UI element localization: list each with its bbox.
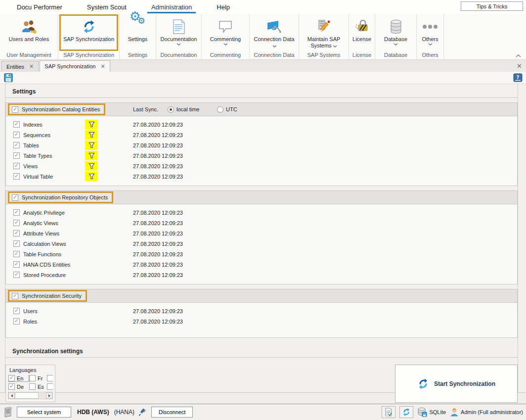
language-option-clipped[interactable] (46, 375, 53, 381)
documentation-button[interactable]: Documentation (157, 14, 200, 51)
row-label: Views (23, 163, 38, 169)
languages-title: Languages (9, 367, 53, 373)
row-checkbox[interactable] (13, 173, 20, 180)
filter-icon[interactable] (85, 161, 98, 171)
row-checkbox[interactable] (13, 272, 20, 278)
document-check-icon[interactable] (382, 406, 395, 418)
filter-icon[interactable] (85, 130, 98, 140)
row-checkbox[interactable] (13, 209, 20, 216)
language-option-en[interactable]: En (8, 375, 29, 381)
sync-status-icon[interactable] (399, 406, 413, 418)
language-option-de[interactable]: De (8, 383, 29, 390)
row-label: Table Types (23, 153, 52, 159)
gears-icon: ⚙ ⚙ (129, 18, 147, 36)
utc-radio[interactable]: UTC (217, 106, 237, 113)
row-checkbox[interactable] (13, 261, 20, 268)
filter-icon[interactable] (85, 151, 98, 160)
repository-objects-checkbox[interactable] (12, 194, 18, 201)
select-system-button[interactable]: Select system (17, 407, 71, 418)
disconnect-button[interactable]: Disconnect (151, 407, 193, 418)
group-title: Synchronization Repository Objects (22, 194, 108, 200)
language-label: Fr (38, 375, 43, 381)
row-checkbox[interactable] (13, 220, 20, 226)
catalog-entities-list: Indexes 27.08.2020 12:09:23 Sequences 27… (5, 116, 518, 186)
row-checkbox[interactable] (13, 318, 20, 325)
security-checkbox[interactable] (12, 293, 18, 299)
close-icon[interactable]: ✕ (29, 63, 34, 70)
catalog-entities-checkbox[interactable] (12, 106, 18, 113)
menu-item-administration[interactable]: Administration (143, 1, 200, 13)
row-checkbox[interactable] (13, 163, 20, 169)
menu-item-system-scout[interactable]: System Scout (79, 1, 134, 13)
repository-objects-list: Analytic Privilege 27.08.2020 12:09:23 A… (5, 204, 518, 284)
scroll-left-icon[interactable] (8, 392, 15, 399)
row-checkbox[interactable] (13, 132, 20, 138)
close-icon[interactable]: ✕ (100, 63, 105, 70)
filter-icon[interactable] (85, 172, 98, 181)
sync-settings-section-title: Synchronization settings (5, 344, 518, 358)
commenting-button[interactable]: Commenting (203, 14, 248, 51)
help-info-icon[interactable]: ? (513, 73, 523, 82)
filter-icon[interactable] (85, 140, 98, 150)
system-type: (HANA) (114, 409, 134, 416)
languages-groupbox: Languages En Fr De (5, 365, 55, 402)
languages-grid: En Fr De Es (8, 375, 53, 390)
language-option-clipped[interactable] (46, 383, 53, 390)
ribbon-button-label: Database (383, 36, 408, 43)
tab-label: Entities (6, 64, 24, 70)
row-label: HANA CDS Entities (23, 262, 70, 268)
tips-tricks-button[interactable]: Tips & Tricks (461, 1, 523, 11)
scrollbar-thumb[interactable] (15, 392, 39, 399)
start-synchronization-button[interactable]: Start Synchronization (395, 365, 518, 403)
ribbon-group-sap-systems: Maintain SAP Systems SAP Systems (299, 14, 349, 59)
last-sync-label: Last Sync. (133, 106, 158, 112)
database-button[interactable]: Database (376, 14, 415, 51)
license-button[interactable]: License (350, 14, 374, 51)
ribbon-collapse-icon[interactable] (516, 54, 521, 57)
radio-label: UTC (226, 106, 237, 112)
connection-pin-icon (138, 408, 147, 417)
scroll-right-icon[interactable] (46, 392, 52, 399)
local-time-radio[interactable]: local time (168, 106, 199, 113)
settings-button[interactable]: ⚙ ⚙ Settings (121, 14, 155, 51)
row-checkbox[interactable] (13, 152, 20, 159)
others-button[interactable]: Others (418, 14, 442, 51)
settings-section-title: Settings (5, 84, 518, 98)
close-icon[interactable]: ✕ (517, 62, 522, 70)
row-checkbox[interactable] (13, 251, 20, 257)
filter-icon[interactable] (85, 120, 98, 129)
row-last-sync-timestamp: 27.08.2020 12:09:23 (133, 241, 183, 247)
row-checkbox[interactable] (13, 308, 20, 314)
row-last-sync-timestamp: 27.08.2020 12:09:23 (133, 319, 183, 325)
menu-item-help[interactable]: Help (209, 1, 238, 13)
tab-entities[interactable]: Entities ✕ (1, 61, 39, 72)
language-option-fr[interactable]: Fr (29, 375, 46, 381)
row-last-sync-timestamp: 27.08.2020 12:09:23 (133, 272, 183, 278)
sync-row: Analytic Privilege 27.08.2020 12:09:23 (6, 207, 517, 218)
menu-item-docu-performer[interactable]: Docu Performer (9, 1, 70, 13)
ribbon-group-sap-synchronization: SAP Synchronization SAP Synchronization (58, 14, 120, 59)
maintain-sap-systems-button[interactable]: Maintain SAP Systems (300, 14, 348, 51)
row-checkbox[interactable] (13, 121, 20, 128)
tab-sap-synchronization[interactable]: SAP Synchronization ✕ (40, 60, 110, 72)
comment-icon (218, 18, 233, 36)
database-icon (390, 18, 402, 36)
menu-bar: Docu Performer System Scout Administrati… (0, 0, 526, 14)
user-status[interactable]: Admin (Full administrator) (450, 408, 523, 417)
row-checkbox[interactable] (13, 142, 20, 148)
sync-row: Attribute Views 27.08.2020 12:09:23 (6, 228, 517, 238)
save-icon[interactable] (4, 73, 13, 82)
connection-data-button[interactable]: Connection Data (251, 14, 298, 51)
language-option-es[interactable]: Es (29, 383, 46, 390)
ribbon-group-caption: SAP Synchronization (58, 51, 119, 59)
database-status[interactable]: SQLite (417, 407, 446, 417)
users-and-roles-button[interactable]: Users and Roles (1, 14, 57, 51)
security-list: Users 27.08.2020 12:09:23 Roles 27.08.20… (5, 303, 518, 338)
ribbon-button-label: SAP Synchronization (62, 36, 115, 43)
sap-synchronization-button[interactable]: SAP Synchronization (59, 14, 118, 51)
database-label: SQLite (429, 409, 446, 415)
row-checkbox[interactable] (13, 240, 20, 247)
ribbon-group-caption: SAP Systems (299, 51, 349, 59)
row-checkbox[interactable] (13, 230, 20, 236)
languages-scrollbar[interactable] (8, 392, 53, 399)
